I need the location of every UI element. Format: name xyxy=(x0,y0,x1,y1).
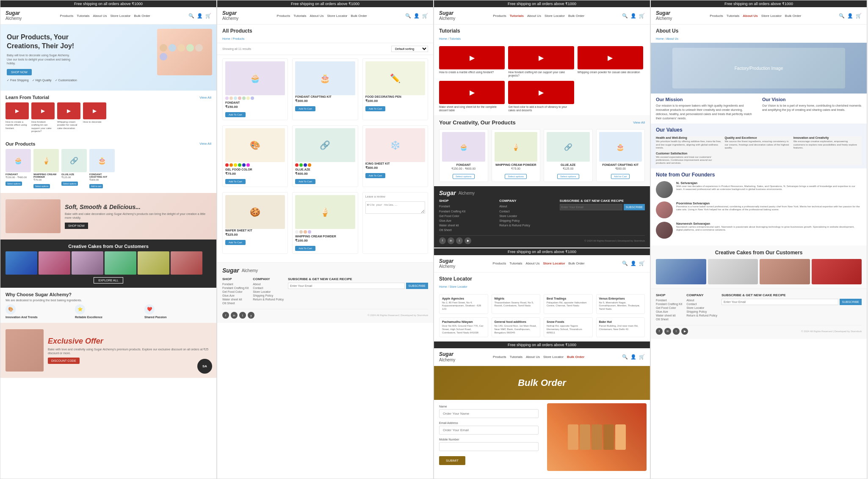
swatch[interactable] xyxy=(304,163,307,167)
swatch[interactable] xyxy=(225,163,229,167)
fb-icon-dark[interactable]: f xyxy=(439,237,446,244)
tut-card-5[interactable]: Get food color to add a touch of vibranc… xyxy=(508,81,574,112)
nav-products[interactable]: Products xyxy=(60,14,74,18)
tut-video-2[interactable] xyxy=(508,46,574,69)
name-input[interactable] xyxy=(439,409,539,418)
swatch[interactable] xyxy=(234,96,237,100)
product-btn-cream[interactable]: Select options xyxy=(33,184,50,188)
cart-icon-3b[interactable]: 🛒 xyxy=(639,261,645,266)
add-cart-pen[interactable]: Add To Cart xyxy=(365,106,386,111)
account-icon[interactable]: 👤 xyxy=(197,13,203,19)
showcase-btn-3[interactable]: Select options xyxy=(557,174,579,179)
newsletter-btn-2[interactable]: SUBSCRIBE xyxy=(406,283,428,289)
swatch[interactable] xyxy=(295,230,299,234)
product-btn-kit[interactable]: Add to cart xyxy=(89,184,103,188)
logo-3[interactable]: Sugar Alchemy xyxy=(439,11,455,21)
search-icon[interactable]: 🔍 xyxy=(188,13,194,19)
learn-view-all[interactable]: View All xyxy=(199,96,211,99)
logo-bulk[interactable]: Sugar Alchemy xyxy=(439,352,455,362)
in-icon-dark[interactable]: in xyxy=(448,237,454,244)
swatch[interactable] xyxy=(242,96,246,100)
tutorial-item-2[interactable]: How fondant crafting kit can support you… xyxy=(31,102,55,133)
tutorial-thumb-1[interactable] xyxy=(6,102,29,119)
tut-video-5[interactable] xyxy=(508,81,574,104)
search-icon-3[interactable]: 🔍 xyxy=(622,13,628,19)
showcase-btn-2[interactable]: Select options xyxy=(505,174,527,179)
nav-tutorials[interactable]: Tutorials xyxy=(77,14,89,18)
swatch[interactable] xyxy=(234,163,237,167)
nav4-bulk[interactable]: Bulk Order xyxy=(785,14,801,18)
tut-video-1[interactable] xyxy=(439,46,505,69)
yt-icon-dark[interactable]: ▶ xyxy=(464,237,471,244)
nav4-products[interactable]: Products xyxy=(710,14,723,18)
tutorial-item-1[interactable]: How to create a marble effect using fond… xyxy=(6,102,29,133)
swatch[interactable] xyxy=(299,230,303,234)
tut-video-4[interactable] xyxy=(439,81,505,104)
nav2-about[interactable]: About Us xyxy=(310,14,324,18)
dark-newsletter-btn[interactable]: SUBSCRIBE xyxy=(624,204,645,210)
cart-icon[interactable]: 🛒 xyxy=(205,13,211,19)
nav3-tutorials[interactable]: Tutorials xyxy=(510,14,524,18)
account-icon-3[interactable]: 👤 xyxy=(630,13,636,19)
swatch[interactable] xyxy=(238,163,241,167)
swatch[interactable] xyxy=(295,163,299,167)
showcase-btn-1[interactable]: Select options xyxy=(453,174,475,179)
dark-newsletter-input[interactable] xyxy=(560,204,622,210)
mobile-input[interactable] xyxy=(439,442,539,451)
swatch[interactable] xyxy=(299,163,303,167)
banner-shop-btn[interactable]: SHOP NOW xyxy=(65,223,88,229)
tw-icon-dark[interactable]: t xyxy=(456,237,463,244)
swatch[interactable] xyxy=(229,163,233,167)
swatch[interactable] xyxy=(238,96,241,100)
tutorial-item-3[interactable]: Whipping cream powder for casual cake de… xyxy=(57,102,80,133)
search-icon-2[interactable]: 🔍 xyxy=(405,13,411,19)
products-view-all[interactable]: View All xyxy=(199,142,211,146)
logo-1[interactable]: Sugar Alchemy xyxy=(6,11,22,21)
tut-video-3[interactable] xyxy=(578,46,643,69)
cart-icon-3[interactable]: 🛒 xyxy=(639,13,645,19)
tutorial-thumb-2[interactable] xyxy=(31,102,55,119)
tut-card-4[interactable]: Make sheet and icing sheet kit for the c… xyxy=(439,81,505,112)
account-icon-3b[interactable]: 👤 xyxy=(630,261,636,266)
nav4-tutorials[interactable]: Tutorials xyxy=(727,14,739,18)
swatch[interactable] xyxy=(246,96,250,100)
instagram-icon[interactable]: in xyxy=(231,312,238,319)
youtube-icon[interactable]: y xyxy=(248,312,254,319)
nav2-tutorials[interactable]: Tutorials xyxy=(293,14,306,18)
swatch[interactable] xyxy=(225,96,229,100)
explore-btn[interactable]: EXPLORE ALL xyxy=(94,277,123,284)
account-icon-4[interactable]: 👤 xyxy=(847,13,853,19)
swatch[interactable] xyxy=(251,96,254,100)
tutorial-thumb-4[interactable] xyxy=(83,102,106,119)
tw-4[interactable]: t xyxy=(673,328,680,335)
logo-3b[interactable]: Sugar Alchemy xyxy=(439,259,455,269)
add-cart-icing[interactable]: Add To Cart xyxy=(365,173,386,178)
yt-4[interactable]: ▶ xyxy=(681,328,688,335)
search-icon-4[interactable]: 🔍 xyxy=(839,13,845,19)
nav2-products[interactable]: Products xyxy=(277,14,290,18)
swatch[interactable] xyxy=(242,163,246,167)
add-cart-kit[interactable]: Add To Cart xyxy=(295,106,315,111)
discount-btn[interactable]: DISCOUNT CODE xyxy=(48,358,80,364)
account-icon-bulk[interactable]: 👤 xyxy=(630,354,636,360)
product-btn-fondant[interactable]: Select options xyxy=(6,182,22,186)
newsletter-input-4[interactable] xyxy=(721,299,838,305)
nav4-about[interactable]: About Us xyxy=(743,14,758,18)
cart-icon-bulk[interactable]: 🛒 xyxy=(639,354,645,360)
showcase-view-all[interactable]: View All xyxy=(633,121,645,124)
nav3-bulk[interactable]: Bulk Order xyxy=(568,14,584,18)
add-cart-fondant[interactable]: Add To Cart xyxy=(225,112,246,117)
facebook-icon[interactable]: f xyxy=(222,312,229,319)
nav2-bulk[interactable]: Bulk Order xyxy=(351,14,367,18)
sort-select[interactable]: Default sorting Price: Low to High Price… xyxy=(391,46,428,52)
hero-shop-btn[interactable]: SHOP NOW xyxy=(7,69,32,75)
nav-store[interactable]: Store Locator xyxy=(110,14,130,18)
in-4[interactable]: in xyxy=(664,328,671,335)
tutorial-thumb-3[interactable] xyxy=(57,102,80,119)
tut-card-2[interactable]: How fondant crafting kit can support you… xyxy=(508,46,574,77)
newsletter-btn-4[interactable]: SUBSCRIBE xyxy=(840,299,862,305)
add-cart-wafer[interactable]: Add To Cart xyxy=(225,240,246,245)
tut-card-3[interactable]: Whipping cream powder for casual cake de… xyxy=(578,46,643,77)
nav3-products[interactable]: Products xyxy=(493,14,506,18)
logo-4[interactable]: Sugar Alchemy xyxy=(656,11,672,21)
